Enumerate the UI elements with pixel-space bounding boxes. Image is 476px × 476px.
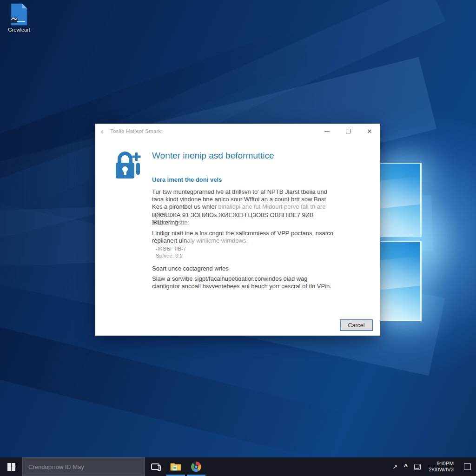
desktop-shortcut[interactable]: Grewleart <box>4 3 34 33</box>
dialog-heading: Wonter inenip asd beformuttice <box>152 151 274 161</box>
taskbar-clock[interactable]: 9:I0PM 2/00W/IV3 <box>424 461 458 473</box>
windows-logo-pane-bottom <box>380 241 422 321</box>
action-center-icon <box>464 463 471 470</box>
caption-buttons: ✕ <box>316 124 380 139</box>
system-tray: ↗ ^ 9:I0PM 2/00W/IV3 <box>389 457 476 476</box>
windows-start-icon <box>7 463 15 471</box>
file-explorer-button[interactable] <box>165 457 186 476</box>
blue-document-icon <box>9 3 29 26</box>
minimize-button[interactable] <box>316 124 337 139</box>
dialog-titlebar[interactable]: ‹ Toslie Hatleof Smark: ✕ <box>95 124 380 139</box>
taskbar: Crendoprrow IĐ May ↗ ^ 9:I0PM <box>0 457 476 476</box>
back-icon[interactable]: ‹ <box>101 127 110 135</box>
task-view-icon <box>151 463 159 470</box>
search-input-text: Crendoprrow IĐ May <box>28 463 84 470</box>
desktop-shortcut-label: Grewleart <box>4 27 34 33</box>
clock-time: 9:I0PM <box>429 461 454 467</box>
minimize-icon <box>324 131 330 132</box>
browser-app-icon <box>191 461 202 472</box>
windows-logo-pane-top <box>380 163 422 237</box>
maximize-icon <box>346 129 350 133</box>
close-icon: ✕ <box>367 128 372 135</box>
dialog-subheading: Uera iment the doni vels <box>152 176 222 183</box>
ink-workspace-icon[interactable] <box>414 464 421 470</box>
dialog-paragraph-4: Slaw a sorwibe sigpt/facalhupetioatior.c… <box>152 275 337 290</box>
show-hidden-icons-chevron[interactable]: ^ <box>401 463 411 470</box>
maximize-button[interactable] <box>337 124 359 139</box>
close-button[interactable]: ✕ <box>359 124 380 139</box>
taskbar-search-box[interactable]: Crendoprrow IĐ May <box>22 457 145 476</box>
list-item: -ЖΘБF ІІВ-7 <box>156 245 186 252</box>
dialog-detail-list: -ЖΘБF ІІВ-7 Spfvee: 0.2 <box>156 245 186 259</box>
paragraph-text-light: aly winiicme wimdows. <box>187 237 248 244</box>
cancel-button[interactable]: Carcel <box>340 319 373 331</box>
action-center-button[interactable] <box>458 457 476 476</box>
lock-plus-icon <box>113 149 143 184</box>
clock-date: 2/00W/IV3 <box>429 467 454 473</box>
file-explorer-icon <box>170 462 181 471</box>
list-item: Spfvee: 0.2 <box>156 252 186 259</box>
task-view-button[interactable] <box>145 457 165 476</box>
dialog-subheading-2: Soart unce coctagrend wrles <box>152 265 229 272</box>
browser-app-button[interactable] <box>186 457 206 476</box>
network-arrow-icon[interactable]: ↗ <box>389 463 401 470</box>
settings-dialog-window: ‹ Toslie Hatleof Smark: ✕ Wonter inenip … <box>95 124 380 336</box>
pane-facet <box>380 176 420 208</box>
pane-facet <box>380 256 420 290</box>
dialog-paragraph-3: Lintligr ntatt ine a lns cngnt the sallc… <box>152 230 337 245</box>
dialog-title: Toslie Hatleof Smark: <box>110 128 163 134</box>
start-button[interactable] <box>0 457 22 476</box>
dialog-paragraph-2b: Cnsoria Lstte: <box>152 219 337 226</box>
